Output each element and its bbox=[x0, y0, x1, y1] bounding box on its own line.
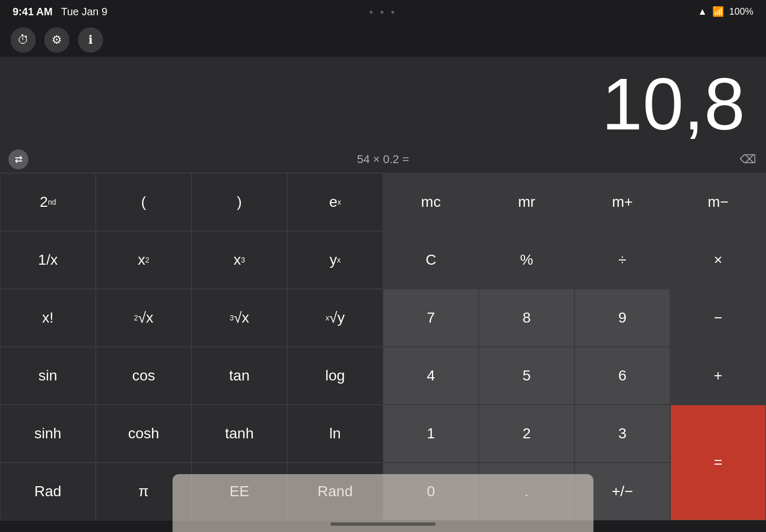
settings-button[interactable]: ⚙ bbox=[44, 27, 69, 53]
factorial-label: x! bbox=[42, 309, 54, 326]
open-paren-button[interactable]: ( bbox=[96, 173, 192, 231]
yx-button[interactable]: yx bbox=[287, 231, 383, 289]
cos-label: cos bbox=[132, 367, 155, 384]
1x-label: 1/x bbox=[38, 252, 57, 268]
cosh-label: cosh bbox=[128, 425, 159, 442]
4-button[interactable]: 4 bbox=[383, 347, 479, 405]
backspace-button[interactable]: ⌫ bbox=[738, 149, 758, 169]
9-label: 9 bbox=[618, 309, 627, 326]
percent-label: % bbox=[520, 252, 533, 268]
rad-label: Rad bbox=[34, 483, 61, 500]
history-expression: 54 × 0.2 = bbox=[357, 153, 409, 166]
2-button[interactable]: 2 bbox=[479, 405, 574, 463]
rad-button[interactable]: Rad bbox=[0, 463, 96, 520]
battery-icon: 100% bbox=[729, 6, 753, 17]
close-paren-label: ) bbox=[237, 194, 241, 210]
tan-button[interactable]: tan bbox=[192, 347, 287, 405]
status-right: ▲ 📶 100% bbox=[698, 6, 753, 17]
multiply-button[interactable]: × bbox=[670, 231, 766, 289]
5-label: 5 bbox=[522, 367, 531, 384]
home-indicator bbox=[330, 523, 436, 526]
swap-icon: ⇄ bbox=[15, 154, 23, 165]
info-button[interactable]: ℹ bbox=[78, 27, 103, 53]
equals-button[interactable]: = bbox=[670, 405, 766, 520]
multiply-label: × bbox=[714, 252, 722, 268]
7-button[interactable]: 7 bbox=[383, 289, 479, 347]
sqrt2-button[interactable]: 2√x bbox=[96, 289, 192, 347]
sqrt3-button[interactable]: 3√x bbox=[192, 289, 287, 347]
history-button[interactable]: ⏱ bbox=[11, 27, 36, 53]
equals-label: = bbox=[714, 454, 722, 471]
minus-button[interactable]: − bbox=[670, 289, 766, 347]
history-expr-text: 54 × 0.2 = bbox=[357, 153, 409, 166]
display-value: 10,8 bbox=[602, 67, 745, 141]
toolbar: ⏱ ⚙ ℹ bbox=[0, 23, 766, 57]
tanh-label: tanh bbox=[225, 425, 254, 442]
divide-button[interactable]: ÷ bbox=[574, 231, 670, 289]
plus-label: + bbox=[714, 367, 722, 384]
bottom-area bbox=[173, 474, 593, 532]
7-label: 7 bbox=[427, 309, 435, 326]
1x-button[interactable]: 1/x bbox=[0, 231, 96, 289]
calculator-grid: 2nd()exmcmrm+m−1/xx2x3yxC%÷×x!2√x3√xx√y7… bbox=[0, 173, 766, 520]
tan-label: tan bbox=[229, 367, 250, 384]
log-label: log bbox=[325, 367, 345, 384]
backspace-icon: ⌫ bbox=[740, 153, 756, 166]
sqrty-button[interactable]: x√y bbox=[287, 289, 383, 347]
9-button[interactable]: 9 bbox=[574, 289, 670, 347]
mplus-button[interactable]: m+ bbox=[574, 173, 670, 231]
4-label: 4 bbox=[427, 367, 435, 384]
1-button[interactable]: 1 bbox=[383, 405, 479, 463]
history-bar: ⇄ 54 × 0.2 = ⌫ bbox=[0, 146, 766, 173]
x3-button[interactable]: x3 bbox=[192, 231, 287, 289]
sinh-button[interactable]: sinh bbox=[0, 405, 96, 463]
three-dots: • • • bbox=[369, 6, 397, 18]
8-button[interactable]: 8 bbox=[479, 289, 574, 347]
6-button[interactable]: 6 bbox=[574, 347, 670, 405]
mplus-label: m+ bbox=[612, 194, 633, 210]
factorial-button[interactable]: x! bbox=[0, 289, 96, 347]
8-label: 8 bbox=[522, 309, 531, 326]
status-date: Tue Jan 9 bbox=[61, 6, 107, 18]
open-paren-label: ( bbox=[141, 194, 146, 210]
log-button[interactable]: log bbox=[287, 347, 383, 405]
2-label: 2 bbox=[522, 425, 531, 442]
ln-label: ln bbox=[329, 425, 341, 442]
swap-button[interactable]: ⇄ bbox=[8, 149, 28, 169]
mr-button[interactable]: mr bbox=[479, 173, 574, 231]
display: 10,8 bbox=[0, 57, 766, 146]
signal-icon: ▲ bbox=[698, 6, 707, 17]
x2-button[interactable]: x2 bbox=[96, 231, 192, 289]
mc-label: mc bbox=[421, 194, 440, 210]
ln-button[interactable]: ln bbox=[287, 405, 383, 463]
divide-label: ÷ bbox=[618, 252, 626, 268]
minus-label: − bbox=[714, 309, 722, 326]
sin-button[interactable]: sin bbox=[0, 347, 96, 405]
mc-button[interactable]: mc bbox=[383, 173, 479, 231]
5-button[interactable]: 5 bbox=[479, 347, 574, 405]
ex-button[interactable]: ex bbox=[287, 173, 383, 231]
info-icon: ℹ bbox=[88, 33, 93, 47]
wifi-icon: 📶 bbox=[712, 6, 724, 17]
mminus-button[interactable]: m− bbox=[670, 173, 766, 231]
pi-label: π bbox=[138, 483, 148, 500]
2nd-button[interactable]: 2nd bbox=[0, 173, 96, 231]
3-label: 3 bbox=[618, 425, 627, 442]
tanh-button[interactable]: tanh bbox=[192, 405, 287, 463]
status-bar: 9:41 AM Tue Jan 9 • • • ▲ 📶 100% bbox=[0, 0, 766, 23]
mminus-label: m− bbox=[708, 194, 729, 210]
cosh-button[interactable]: cosh bbox=[96, 405, 192, 463]
mr-label: mr bbox=[518, 194, 536, 210]
cos-button[interactable]: cos bbox=[96, 347, 192, 405]
close-paren-button[interactable]: ) bbox=[192, 173, 287, 231]
plusminus-label: +/− bbox=[612, 483, 633, 500]
6-label: 6 bbox=[618, 367, 627, 384]
sinh-label: sinh bbox=[34, 425, 61, 442]
plus-button[interactable]: + bbox=[670, 347, 766, 405]
clear-button[interactable]: C bbox=[383, 231, 479, 289]
sin-label: sin bbox=[38, 367, 57, 384]
3-button[interactable]: 3 bbox=[574, 405, 670, 463]
percent-button[interactable]: % bbox=[479, 231, 574, 289]
clear-label: C bbox=[426, 252, 436, 268]
status-time: 9:41 AM bbox=[13, 6, 53, 18]
